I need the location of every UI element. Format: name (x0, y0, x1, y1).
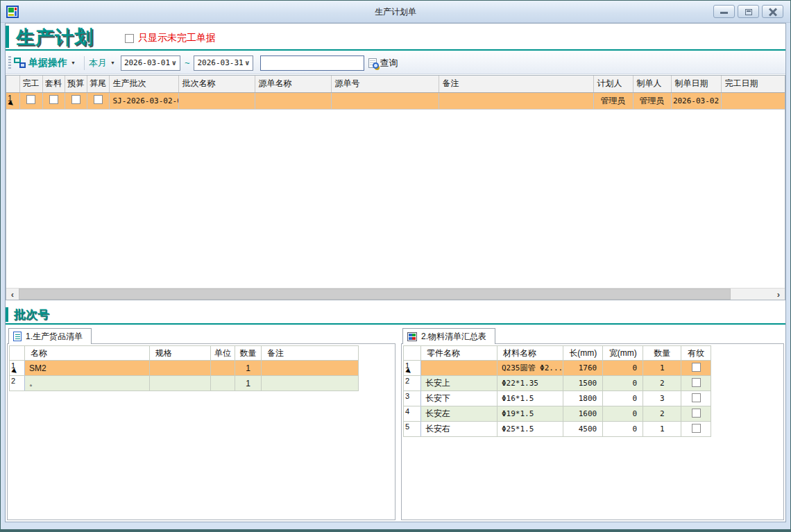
planner-cell[interactable]: 管理员 (593, 92, 633, 109)
qty-cell[interactable]: 1 (643, 361, 681, 376)
qty-cell[interactable]: 2 (643, 376, 681, 391)
col-header-finish-date[interactable]: 完工日期 (721, 76, 785, 92)
material-cell[interactable]: Φ22*1.35 (497, 376, 563, 391)
part-cell[interactable]: 长安右 (421, 422, 497, 437)
part-cell[interactable]: 长安上 (421, 376, 497, 391)
grain-checkbox[interactable] (692, 424, 701, 433)
part-cell[interactable]: 长安左 (421, 406, 497, 422)
chevron-down-icon[interactable]: ▼ (110, 60, 115, 65)
spec-cell[interactable] (150, 361, 211, 376)
qty-cell[interactable]: 3 (643, 391, 681, 406)
batch-cell[interactable]: SJ-2026-03-02-001 (109, 92, 178, 109)
scrollbar-thumb[interactable] (19, 289, 731, 300)
date-from-combobox[interactable]: 2026-03-01 ∨ (121, 55, 180, 71)
only-unfinished-checkbox[interactable] (125, 34, 134, 43)
part-cell[interactable] (421, 361, 497, 376)
col-header-part[interactable]: 零件名称 (421, 346, 497, 361)
tab-goods-list[interactable]: 1.生产货品清单 (8, 328, 92, 344)
note-cell[interactable] (262, 376, 359, 391)
scroll-left-icon[interactable]: ‹ (6, 289, 19, 300)
col-header-batch[interactable]: 生产批次 (109, 76, 178, 92)
qty-cell[interactable]: 1 (235, 361, 262, 376)
width-cell[interactable]: 0 (603, 376, 643, 391)
unit-cell[interactable] (211, 361, 235, 376)
grain-checkbox[interactable] (692, 363, 701, 372)
col-header-finished[interactable]: 完工 (19, 76, 42, 92)
grain-checkbox[interactable] (692, 393, 701, 402)
col-header-budget[interactable]: 预算 (65, 76, 87, 92)
finished-checkbox[interactable] (26, 95, 35, 104)
material-cell[interactable]: Φ25*1.5 (497, 422, 563, 437)
source-no-cell[interactable] (331, 92, 439, 109)
part-cell[interactable]: 长安下 (421, 391, 497, 406)
goods-row[interactable]: 2 。 1 (10, 376, 359, 391)
close-button[interactable] (762, 5, 783, 18)
search-input[interactable] (260, 55, 364, 71)
col-header-material[interactable]: 材料名称 (497, 346, 563, 361)
tab-materials-summary[interactable]: 2.物料清单汇总表 (402, 328, 495, 344)
finish-date-cell[interactable] (721, 92, 785, 109)
col-header-length[interactable]: 长(mm) (563, 346, 603, 361)
material-row-selected[interactable]: 1 Q235圆管 Φ2... 1760 0 1 (404, 361, 711, 376)
name-cell[interactable]: SM2 (25, 361, 150, 376)
material-row[interactable]: 5 长安右 Φ25*1.5 4500 0 1 (404, 422, 711, 437)
goods-row-selected[interactable]: 1 SM2 1 (10, 361, 359, 376)
col-header-width[interactable]: 宽(mm) (603, 346, 643, 361)
budget-checkbox[interactable] (71, 95, 80, 104)
order-row-selected[interactable]: 1 SJ-2026-03-02-001 管理员 管理员 2026-03-02 (6, 92, 785, 109)
col-header-note[interactable]: 备注 (439, 76, 593, 92)
material-row[interactable]: 4 长安左 Φ19*1.5 1600 0 2 (404, 406, 711, 422)
col-header-unit[interactable]: 单位 (211, 346, 235, 361)
length-cell[interactable]: 1760 (563, 361, 603, 376)
qty-cell[interactable]: 1 (235, 376, 262, 391)
col-header-batch-name[interactable]: 批次名称 (178, 76, 255, 92)
note-cell[interactable] (262, 361, 359, 376)
length-cell[interactable]: 1600 (563, 406, 603, 422)
operations-menu[interactable]: 单据操作 (28, 57, 67, 69)
qty-cell[interactable]: 2 (643, 406, 681, 422)
width-cell[interactable]: 0 (603, 406, 643, 422)
col-header-source-no[interactable]: 源单号 (331, 76, 439, 92)
col-header-qty[interactable]: 数量 (235, 346, 262, 361)
material-cell[interactable]: Φ19*1.5 (497, 406, 563, 422)
date-to-combobox[interactable]: 2026-03-31 ∨ (194, 55, 253, 71)
col-header-planner[interactable]: 计划人 (593, 76, 633, 92)
col-header-source-name[interactable]: 源单名称 (255, 76, 331, 92)
qty-cell[interactable]: 1 (643, 422, 681, 437)
col-header-spec[interactable]: 规格 (150, 346, 211, 361)
maker-cell[interactable]: 管理员 (633, 92, 671, 109)
grain-checkbox[interactable] (692, 409, 701, 418)
col-header-tail[interactable]: 算尾 (87, 76, 109, 92)
grain-checkbox[interactable] (692, 378, 701, 387)
material-row[interactable]: 2 长安上 Φ22*1.35 1500 0 2 (404, 376, 711, 391)
width-cell[interactable]: 0 (603, 361, 643, 376)
name-cell[interactable]: 。 (25, 376, 150, 391)
minimize-button[interactable] (713, 5, 735, 18)
scroll-right-icon[interactable]: › (772, 289, 785, 300)
toolbar-grip[interactable] (8, 56, 11, 70)
col-header-qty[interactable]: 数量 (643, 346, 681, 361)
material-cell[interactable]: Φ16*1.5 (497, 391, 563, 406)
batch-name-cell[interactable] (178, 92, 255, 109)
nesting-checkbox[interactable] (49, 95, 58, 104)
length-cell[interactable]: 1500 (563, 376, 603, 391)
restore-button[interactable] (738, 5, 759, 18)
make-date-cell[interactable]: 2026-03-02 (671, 92, 721, 109)
col-header-note[interactable]: 备注 (262, 346, 359, 361)
query-button[interactable]: 查询 (368, 57, 398, 69)
spec-cell[interactable] (150, 376, 211, 391)
col-header-make-date[interactable]: 制单日期 (671, 76, 721, 92)
tail-checkbox[interactable] (94, 95, 103, 104)
chevron-down-icon[interactable]: ▼ (71, 60, 76, 65)
unit-cell[interactable] (211, 376, 235, 391)
source-name-cell[interactable] (255, 92, 331, 109)
width-cell[interactable]: 0 (603, 391, 643, 406)
col-header-maker[interactable]: 制单人 (633, 76, 671, 92)
col-header-name[interactable]: 名称 (25, 346, 150, 361)
period-dropdown[interactable]: 本月 (89, 57, 107, 69)
length-cell[interactable]: 4500 (563, 422, 603, 437)
material-cell[interactable]: Q235圆管 Φ2... (497, 361, 563, 376)
note-cell[interactable] (439, 92, 593, 109)
col-header-nesting[interactable]: 套料 (42, 76, 65, 92)
material-row[interactable]: 3 长安下 Φ16*1.5 1800 0 3 (404, 391, 711, 406)
